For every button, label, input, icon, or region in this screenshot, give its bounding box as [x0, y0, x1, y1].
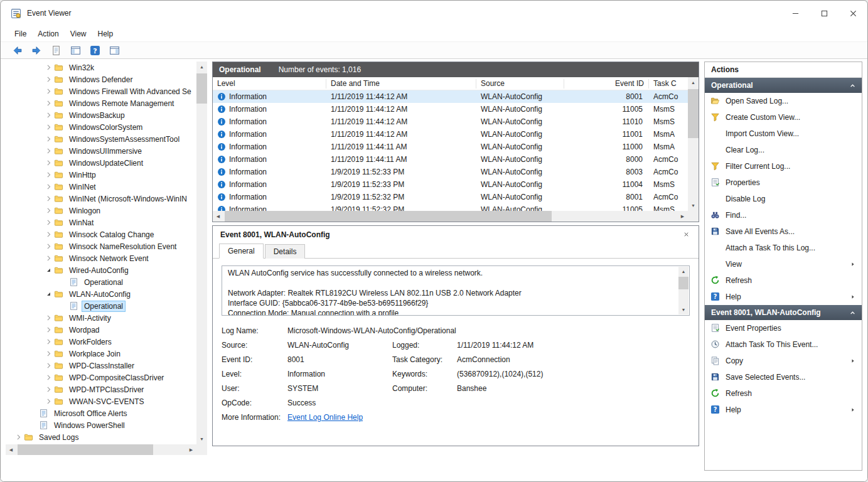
tree-expander-icon[interactable] [43, 313, 54, 323]
action-item[interactable]: Help [705, 402, 862, 418]
tree-item[interactable]: Winlogon [6, 205, 196, 217]
action-item[interactable]: Find... [705, 207, 862, 223]
tree-item[interactable]: WinNat [6, 217, 196, 228]
scroll-up-icon[interactable]: ▲ [678, 267, 689, 276]
tree-expander-icon[interactable] [28, 420, 39, 431]
scroll-down-icon[interactable]: ▼ [196, 434, 207, 444]
tree-expander-icon[interactable] [43, 265, 54, 276]
scroll-track[interactable] [16, 444, 186, 455]
column-header[interactable]: Level [213, 79, 326, 88]
actions-section-header-event[interactable]: Event 8001, WLAN-AutoConfig [705, 305, 862, 320]
tab[interactable]: General [219, 244, 264, 259]
scroll-right-icon[interactable]: ▶ [186, 444, 196, 455]
tree-item[interactable]: WMI-Activity [6, 312, 196, 324]
tree-expander-icon[interactable] [43, 87, 54, 97]
tree-item[interactable]: WorkFolders [6, 336, 196, 348]
tree-item[interactable]: Operational [6, 276, 196, 288]
event-row[interactable]: Information 1/9/2019 11:52:33 PM WLAN-Au… [213, 178, 688, 191]
menu-item[interactable]: Help [92, 27, 119, 41]
tree-expander-icon[interactable] [43, 349, 54, 359]
tree-expander-icon[interactable] [13, 432, 24, 442]
tree-item[interactable]: WinINet (Microsoft-Windows-WinIN [6, 193, 196, 205]
tree-item[interactable]: WindowsUpdateClient [6, 157, 196, 169]
scroll-left-icon[interactable]: ◀ [6, 444, 16, 455]
show-hide-action-pane-button[interactable] [107, 43, 122, 58]
forward-button[interactable] [29, 43, 45, 58]
tree-item[interactable]: Microsoft Office Alerts [6, 407, 196, 419]
event-log-online-help-link[interactable]: Event Log Online Help [287, 413, 363, 422]
tree-expander-icon[interactable] [43, 254, 54, 264]
tree-expander-icon[interactable] [43, 373, 54, 383]
scroll-thumb[interactable] [18, 444, 153, 455]
scroll-thumb[interactable] [225, 211, 552, 222]
tree-item[interactable]: Windows Firewall With Advanced Se [6, 85, 196, 97]
tree-expander-icon[interactable] [58, 301, 69, 311]
close-button[interactable] [839, 1, 867, 26]
tree-item[interactable]: WindowsBackup [6, 109, 196, 121]
tree-item[interactable]: WindowsUIImmersive [6, 145, 196, 157]
action-item[interactable]: Refresh [705, 385, 862, 402]
event-row[interactable]: Information 1/9/2019 11:52:32 PM WLAN-Au… [213, 203, 688, 211]
tree-horizontal-scrollbar[interactable]: ◀ ▶ [6, 444, 196, 455]
scroll-right-icon[interactable]: ▶ [677, 211, 688, 222]
action-item[interactable]: Disable Log [705, 191, 862, 207]
scroll-up-icon[interactable]: ▲ [196, 62, 207, 72]
tree-expander-icon[interactable] [43, 99, 54, 109]
minimize-button[interactable] [781, 1, 810, 26]
scroll-down-icon[interactable]: ▼ [688, 200, 699, 211]
tree-expander-icon[interactable] [43, 325, 54, 335]
tree-expander-icon[interactable] [43, 158, 54, 168]
action-item[interactable]: Properties [705, 174, 862, 191]
scroll-track[interactable] [688, 88, 699, 200]
column-header[interactable]: Task C [649, 79, 688, 88]
event-row[interactable]: Information 1/11/2019 11:44:12 AM WLAN-A… [213, 115, 688, 128]
tree-expander-icon[interactable] [43, 337, 54, 347]
show-hide-console-tree-button[interactable] [68, 43, 83, 58]
tree-expander-icon[interactable] [43, 134, 54, 144]
tree-expander-icon[interactable] [43, 230, 54, 240]
action-item[interactable]: Open Saved Log... [705, 93, 862, 109]
tree-item[interactable]: Workplace Join [6, 348, 196, 360]
tree-item[interactable]: Windows PowerShell [6, 419, 196, 431]
tree-item[interactable]: WWAN-SVC-EVENTS [6, 395, 196, 407]
tree-item[interactable]: Wired-AutoConfig [6, 264, 196, 276]
action-item[interactable]: Attach a Task To this Log... [705, 240, 862, 256]
scroll-up-icon[interactable]: ▲ [688, 77, 699, 88]
action-item[interactable]: Save Selected Events... [705, 369, 862, 385]
tab[interactable]: Details [265, 244, 306, 259]
scroll-down-icon[interactable]: ▼ [678, 305, 689, 314]
action-item[interactable]: View [705, 256, 862, 272]
tree-item[interactable]: WindowsColorSystem [6, 121, 196, 133]
scroll-thumb[interactable] [688, 89, 699, 138]
tree-item[interactable]: Winsock Network Event [6, 252, 196, 264]
message-vertical-scrollbar[interactable]: ▲ ▼ [678, 267, 689, 314]
tree-item[interactable]: WPD-CompositeClassDriver [6, 372, 196, 383]
tree-expander-icon[interactable] [43, 122, 54, 132]
tree-expander-icon[interactable] [43, 385, 54, 395]
tree-expander-icon[interactable] [28, 409, 39, 419]
close-preview-button[interactable] [680, 228, 692, 241]
action-item[interactable]: Event Properties [705, 320, 862, 336]
export-button[interactable] [48, 43, 64, 58]
tree-expander-icon[interactable] [43, 218, 54, 228]
tree-item[interactable]: WindowsSystemAssessmentTool [6, 133, 196, 145]
tree-expander-icon[interactable] [43, 146, 54, 156]
events-vertical-scrollbar[interactable]: ▲ ▼ [688, 77, 699, 211]
column-header[interactable]: Date and Time [326, 79, 476, 88]
actions-section-header-operational[interactable]: Operational [705, 78, 862, 93]
event-row[interactable]: Information 1/9/2019 11:52:33 PM WLAN-Au… [213, 166, 688, 178]
action-item[interactable]: Clear Log... [705, 142, 862, 158]
menu-item[interactable]: View [65, 27, 92, 41]
action-item[interactable]: Help [705, 289, 862, 305]
tree-expander-icon[interactable] [43, 361, 54, 371]
action-item[interactable]: Attach Task To This Event... [705, 336, 862, 353]
scroll-thumb[interactable] [196, 73, 207, 104]
tree-item[interactable]: Windows Defender [6, 73, 196, 85]
column-header[interactable]: Source [476, 79, 564, 88]
action-item[interactable]: Filter Current Log... [705, 158, 862, 174]
event-row[interactable]: Information 1/11/2019 11:44:11 AM WLAN-A… [213, 153, 688, 166]
tree-expander-icon[interactable] [43, 242, 54, 252]
scroll-track[interactable] [678, 276, 689, 305]
tree-expander-icon[interactable] [43, 63, 54, 73]
tree-expander-icon[interactable] [43, 110, 54, 120]
